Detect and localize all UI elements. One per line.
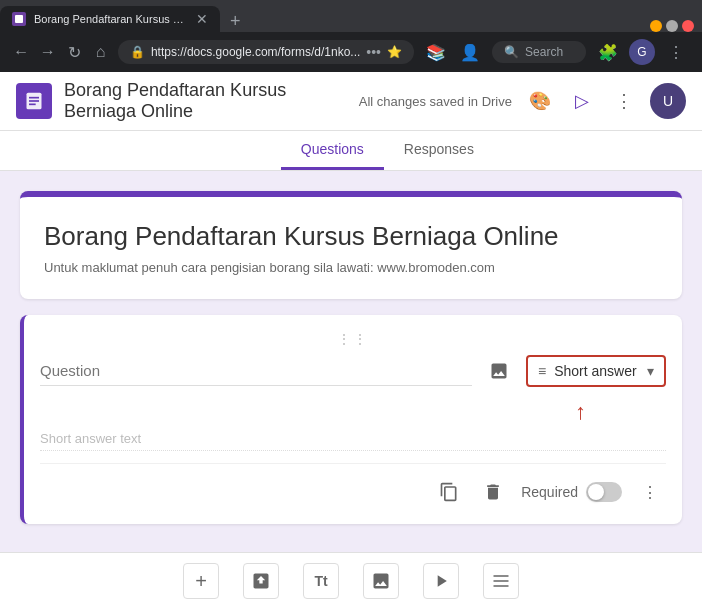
bottom-toolbar: + Tt: [0, 552, 702, 609]
search-icon: 🔍: [504, 45, 519, 59]
refresh-button[interactable]: ↻: [65, 38, 83, 66]
add-title-button[interactable]: Tt: [303, 563, 339, 599]
question-row: ≡ Short answer ▾: [40, 355, 666, 387]
maximize-button[interactable]: [666, 20, 678, 32]
more-options-button[interactable]: ⋮: [608, 85, 640, 117]
add-image-icon: [371, 571, 391, 591]
send-button[interactable]: ▷: [566, 85, 598, 117]
search-box[interactable]: 🔍 Search: [492, 41, 586, 63]
forward-button[interactable]: →: [38, 38, 56, 66]
account-icon[interactable]: 👤: [456, 38, 484, 66]
tab-close-icon[interactable]: ✕: [196, 12, 208, 26]
question-card: ⋮⋮ ≡ Short answer ▾ ↑ Short answer text: [20, 315, 682, 524]
add-image-button[interactable]: [363, 563, 399, 599]
delete-icon: [483, 482, 503, 502]
search-text: Search: [525, 45, 563, 59]
app-title: Borang Pendaftaran Kursus Berniaga Onlin…: [64, 80, 347, 122]
home-button[interactable]: ⌂: [91, 38, 109, 66]
drag-handle: ⋮⋮: [40, 331, 666, 347]
menu-icon[interactable]: ⋮: [662, 38, 690, 66]
extensions-icon[interactable]: 🧩: [594, 38, 622, 66]
section-icon: [491, 571, 511, 591]
forms-icon: [24, 91, 44, 111]
app-icon: [16, 83, 52, 119]
bookmarks-icon[interactable]: 📚: [422, 38, 450, 66]
form-subtitle: Untuk maklumat penuh cara pengisian bora…: [44, 260, 658, 275]
url-text: https://docs.google.com/forms/d/1nko...: [151, 45, 360, 59]
video-icon: [431, 571, 451, 591]
user-avatar[interactable]: U: [650, 83, 686, 119]
right-toolbar: 🧩 G ⋮: [594, 38, 690, 66]
toolbar-icons: 📚 👤: [422, 38, 484, 66]
browser-tab[interactable]: Borang Pendaftaran Kursus Be... ✕: [0, 6, 220, 32]
saved-status: All changes saved in Drive: [359, 94, 512, 109]
answer-type-dropdown[interactable]: ≡ Short answer ▾: [526, 355, 666, 387]
text-icon: Tt: [314, 573, 327, 589]
copy-button[interactable]: [433, 476, 465, 508]
tab-title: Borang Pendaftaran Kursus Be...: [34, 13, 188, 25]
delete-button[interactable]: [477, 476, 509, 508]
back-button[interactable]: ←: [12, 38, 30, 66]
add-video-button[interactable]: [423, 563, 459, 599]
required-label: Required: [521, 484, 578, 500]
add-icon: +: [195, 570, 207, 593]
short-answer-preview: Short answer text: [40, 429, 666, 451]
answer-type-icon: ≡: [538, 363, 546, 379]
svg-rect-3: [29, 104, 36, 106]
import-icon: [251, 571, 271, 591]
image-button[interactable]: [484, 356, 514, 386]
question-input[interactable]: [40, 356, 472, 386]
avatar-initial: U: [663, 93, 673, 109]
tab-favicon: [12, 12, 26, 26]
import-questions-button[interactable]: [243, 563, 279, 599]
url-more[interactable]: •••: [366, 44, 381, 60]
tab-questions[interactable]: Questions: [281, 131, 384, 170]
close-button[interactable]: [682, 20, 694, 32]
tab-responses[interactable]: Responses: [384, 131, 494, 170]
app-header: Borang Pendaftaran Kursus Berniaga Onlin…: [0, 72, 702, 131]
add-section-button[interactable]: [483, 563, 519, 599]
header-actions: 🎨 ▷ ⋮ U: [524, 83, 686, 119]
new-tab-button[interactable]: +: [220, 11, 251, 32]
svg-rect-1: [29, 97, 39, 99]
form-tabs: Questions Responses: [0, 131, 702, 171]
image-icon: [489, 361, 509, 381]
arrow-indicator: ↑: [40, 399, 666, 425]
form-title-card: Borang Pendaftaran Kursus Berniaga Onlin…: [20, 191, 682, 299]
form-title: Borang Pendaftaran Kursus Berniaga Onlin…: [44, 221, 658, 252]
add-question-button[interactable]: +: [183, 563, 219, 599]
minimize-button[interactable]: [650, 20, 662, 32]
toggle-knob: [588, 484, 604, 500]
dropdown-arrow-icon: ▾: [647, 363, 654, 379]
more-icon: ⋮: [642, 483, 658, 502]
svg-rect-2: [29, 100, 39, 102]
question-footer: Required ⋮: [40, 463, 666, 508]
palette-button[interactable]: 🎨: [524, 85, 556, 117]
answer-type-label: Short answer: [554, 363, 639, 379]
address-bar: ← → ↻ ⌂ 🔒 https://docs.google.com/forms/…: [0, 32, 702, 72]
required-toggle[interactable]: [586, 482, 622, 502]
short-answer-hint: Short answer text: [40, 431, 666, 451]
url-bar[interactable]: 🔒 https://docs.google.com/forms/d/1nko..…: [118, 40, 414, 64]
red-arrow-icon: ↑: [575, 399, 586, 425]
main-content: Borang Pendaftaran Kursus Berniaga Onlin…: [0, 171, 702, 600]
avatar: G: [629, 39, 655, 65]
profile-icon[interactable]: G: [628, 38, 656, 66]
copy-icon: [439, 482, 459, 502]
required-section: Required: [521, 482, 622, 502]
more-options-footer-button[interactable]: ⋮: [634, 476, 666, 508]
